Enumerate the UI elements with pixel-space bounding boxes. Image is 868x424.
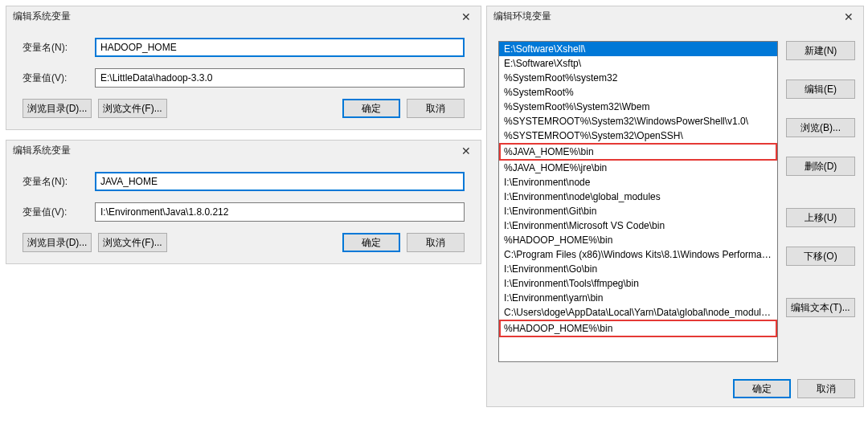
var-value-label: 变量值(V): [23, 206, 95, 219]
cancel-button[interactable]: 取消 [407, 233, 465, 252]
edit-text-button[interactable]: 编辑文本(T)... [786, 298, 855, 317]
list-item[interactable]: I:\Environment\node [499, 175, 777, 190]
list-item[interactable]: E:\Software\Xsftp\ [499, 56, 777, 71]
var-name-label: 变量名(N): [23, 175, 95, 189]
path-listbox[interactable]: E:\Software\Xshell\E:\Software\Xsftp\%Sy… [498, 41, 778, 362]
browse-button[interactable]: 浏览(B)... [786, 118, 855, 137]
move-down-button[interactable]: 下移(O) [786, 247, 855, 266]
list-item[interactable]: %HADOOP_HOME%\bin [499, 320, 777, 337]
list-item[interactable]: E:\Software\Xshell\ [499, 42, 777, 56]
var-name-input[interactable] [95, 38, 465, 57]
list-item[interactable]: %SystemRoot%\System32\Wbem [499, 100, 777, 114]
list-item[interactable]: %SYSTEMROOT%\System32\OpenSSH\ [499, 128, 777, 143]
close-icon[interactable]: ✕ [458, 10, 474, 23]
delete-button[interactable]: 删除(D) [786, 157, 855, 176]
list-item[interactable]: %SystemRoot% [499, 85, 777, 100]
browse-file-button[interactable]: 浏览文件(F)... [98, 233, 167, 252]
side-buttons: 新建(N) 编辑(E) 浏览(B)... 删除(D) 上移(U) 下移(O) 编… [786, 41, 855, 363]
bottom-buttons: 确定 取消 [487, 373, 863, 406]
dialog-header: 编辑系统变量 ✕ [6, 6, 481, 31]
dialog-body: E:\Software\Xshell\E:\Software\Xsftp\%Sy… [487, 31, 863, 373]
browse-dir-button[interactable]: 浏览目录(D)... [23, 99, 92, 118]
list-item[interactable]: I:\Environment\Git\bin [499, 204, 777, 218]
list-item[interactable]: I:\Environment\yarn\bin [499, 291, 777, 305]
move-up-button[interactable]: 上移(U) [786, 208, 855, 227]
var-name-label: 变量名(N): [23, 41, 95, 55]
cancel-button[interactable]: 取消 [797, 379, 855, 398]
var-value-input[interactable] [95, 202, 465, 222]
ok-button[interactable]: 确定 [342, 99, 400, 118]
dialog-title: 编辑系统变量 [13, 144, 71, 157]
var-name-input[interactable] [95, 172, 465, 191]
var-value-input[interactable] [95, 68, 465, 88]
list-item[interactable]: C:\Users\doge\AppData\Local\Yarn\Data\gl… [499, 305, 777, 320]
browse-dir-button[interactable]: 浏览目录(D)... [23, 233, 92, 252]
var-value-label: 变量值(V): [23, 71, 95, 85]
close-icon[interactable]: ✕ [841, 10, 857, 23]
list-item[interactable]: %SystemRoot%\system32 [499, 71, 777, 85]
list-item[interactable]: I:\Environment\Go\bin [499, 262, 777, 276]
list-item[interactable]: %HADOOP_HOME%\bin [499, 233, 777, 247]
list-item[interactable]: %JAVA_HOME%\jre\bin [499, 161, 777, 175]
dialog-body: 变量名(N): 变量值(V): 浏览目录(D)... 浏览文件(F)... 确定… [6, 31, 481, 129]
ok-button[interactable]: 确定 [733, 379, 791, 398]
list-item[interactable]: I:\Environment\Microsoft VS Code\bin [499, 218, 777, 233]
browse-file-button[interactable]: 浏览文件(F)... [98, 99, 167, 118]
edit-env-var-dialog: 编辑环境变量 ✕ E:\Software\Xshell\E:\Software\… [486, 6, 864, 407]
ok-button[interactable]: 确定 [342, 233, 400, 252]
list-item[interactable]: I:\Environment\node\global_modules [499, 190, 777, 204]
dialog-title: 编辑环境变量 [493, 10, 551, 23]
dialog-body: 变量名(N): 变量值(V): 浏览目录(D)... 浏览文件(F)... 确定… [6, 165, 481, 263]
edit-system-var-dialog-2: 编辑系统变量 ✕ 变量名(N): 变量值(V): 浏览目录(D)... 浏览文件… [6, 140, 481, 264]
dialog-title: 编辑系统变量 [13, 10, 71, 23]
list-item[interactable]: %JAVA_HOME%\bin [499, 143, 777, 161]
dialog-header: 编辑系统变量 ✕ [6, 141, 481, 165]
close-icon[interactable]: ✕ [458, 145, 474, 157]
dialog-header: 编辑环境变量 ✕ [487, 6, 863, 31]
edit-system-var-dialog-1: 编辑系统变量 ✕ 变量名(N): 变量值(V): 浏览目录(D)... 浏览文件… [6, 6, 481, 130]
list-item[interactable]: %SYSTEMROOT%\System32\WindowsPowerShell\… [499, 114, 777, 128]
edit-button[interactable]: 编辑(E) [786, 80, 855, 99]
list-item[interactable]: C:\Program Files (x86)\Windows Kits\8.1\… [499, 247, 777, 262]
cancel-button[interactable]: 取消 [407, 99, 465, 118]
new-button[interactable]: 新建(N) [786, 41, 855, 60]
list-item[interactable]: I:\Environment\Tools\ffmpeg\bin [499, 276, 777, 291]
